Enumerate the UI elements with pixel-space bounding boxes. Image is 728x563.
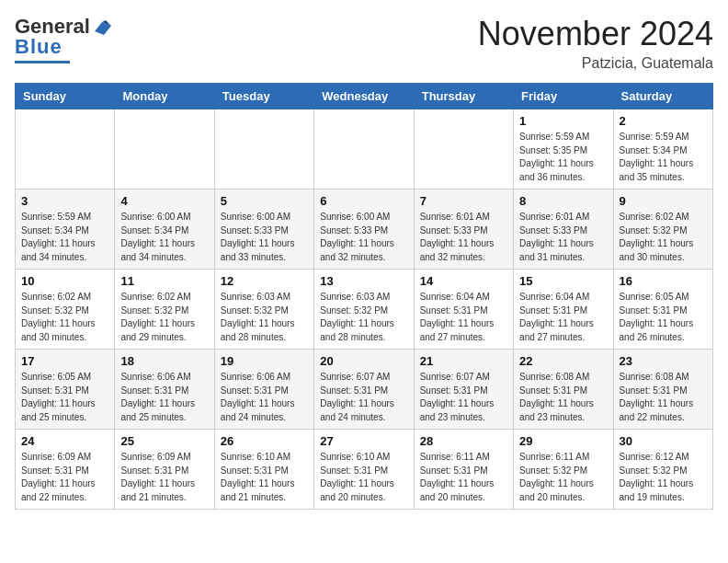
calendar-cell: 3Sunrise: 5:59 AM Sunset: 5:34 PM Daylig… [16, 190, 115, 270]
month-title: November 2024 [478, 15, 713, 53]
calendar-header-row: SundayMondayTuesdayWednesdayThursdayFrid… [16, 84, 713, 109]
col-header-sunday: Sunday [16, 84, 115, 109]
col-header-thursday: Thursday [414, 84, 513, 109]
calendar-cell: 20Sunrise: 6:07 AM Sunset: 5:31 PM Dayli… [314, 350, 414, 430]
day-info: Sunrise: 6:00 AM Sunset: 5:33 PM Dayligh… [320, 211, 407, 264]
day-number: 10 [21, 274, 108, 288]
col-header-friday: Friday [514, 84, 613, 109]
calendar-week-4: 17Sunrise: 6:05 AM Sunset: 5:31 PM Dayli… [16, 350, 713, 430]
day-number: 22 [519, 354, 607, 368]
calendar-cell: 26Sunrise: 6:10 AM Sunset: 5:31 PM Dayli… [214, 430, 313, 510]
calendar-cell: 15Sunrise: 6:04 AM Sunset: 5:31 PM Dayli… [514, 270, 613, 350]
day-info: Sunrise: 6:07 AM Sunset: 5:31 PM Dayligh… [320, 371, 407, 424]
calendar-cell: 11Sunrise: 6:02 AM Sunset: 5:32 PM Dayli… [115, 270, 214, 350]
calendar-cell: 13Sunrise: 6:03 AM Sunset: 5:32 PM Dayli… [314, 270, 414, 350]
calendar-cell: 1Sunrise: 5:59 AM Sunset: 5:35 PM Daylig… [514, 109, 613, 190]
day-info: Sunrise: 6:09 AM Sunset: 5:31 PM Dayligh… [120, 451, 208, 504]
day-number: 8 [519, 194, 607, 208]
day-info: Sunrise: 6:06 AM Sunset: 5:31 PM Dayligh… [120, 371, 208, 424]
day-info: Sunrise: 6:08 AM Sunset: 5:31 PM Dayligh… [620, 371, 707, 424]
day-number: 25 [120, 434, 208, 448]
calendar-week-5: 24Sunrise: 6:09 AM Sunset: 5:31 PM Dayli… [16, 430, 713, 510]
calendar-cell: 6Sunrise: 6:00 AM Sunset: 5:33 PM Daylig… [314, 190, 414, 270]
calendar-table: SundayMondayTuesdayWednesdayThursdayFrid… [15, 83, 713, 510]
day-info: Sunrise: 6:01 AM Sunset: 5:33 PM Dayligh… [420, 211, 507, 264]
day-info: Sunrise: 6:08 AM Sunset: 5:31 PM Dayligh… [519, 371, 607, 424]
day-number: 23 [620, 354, 707, 368]
location: Patzicia, Guatemala [478, 55, 713, 72]
day-info: Sunrise: 6:05 AM Sunset: 5:31 PM Dayligh… [21, 371, 108, 424]
calendar-cell: 10Sunrise: 6:02 AM Sunset: 5:32 PM Dayli… [16, 270, 115, 350]
calendar-cell: 23Sunrise: 6:08 AM Sunset: 5:31 PM Dayli… [613, 350, 712, 430]
calendar-cell: 17Sunrise: 6:05 AM Sunset: 5:31 PM Dayli… [16, 350, 115, 430]
day-info: Sunrise: 6:11 AM Sunset: 5:31 PM Dayligh… [420, 451, 507, 504]
day-info: Sunrise: 6:07 AM Sunset: 5:31 PM Dayligh… [420, 371, 507, 424]
calendar-cell: 9Sunrise: 6:02 AM Sunset: 5:32 PM Daylig… [613, 190, 712, 270]
day-number: 16 [620, 274, 707, 288]
day-info: Sunrise: 6:04 AM Sunset: 5:31 PM Dayligh… [519, 291, 607, 344]
day-number: 19 [221, 354, 308, 368]
day-info: Sunrise: 6:01 AM Sunset: 5:33 PM Dayligh… [519, 211, 607, 264]
day-info: Sunrise: 5:59 AM Sunset: 5:34 PM Dayligh… [21, 211, 108, 264]
day-number: 9 [620, 194, 707, 208]
day-info: Sunrise: 6:12 AM Sunset: 5:32 PM Dayligh… [620, 451, 707, 504]
day-info: Sunrise: 6:02 AM Sunset: 5:32 PM Dayligh… [620, 211, 707, 264]
calendar-week-1: 1Sunrise: 5:59 AM Sunset: 5:35 PM Daylig… [16, 109, 713, 190]
day-info: Sunrise: 5:59 AM Sunset: 5:34 PM Dayligh… [620, 131, 707, 184]
day-number: 13 [320, 274, 407, 288]
day-number: 12 [221, 274, 308, 288]
title-section: November 2024 Patzicia, Guatemala [478, 15, 713, 72]
logo-line [15, 61, 70, 63]
calendar-cell: 27Sunrise: 6:10 AM Sunset: 5:31 PM Dayli… [314, 430, 414, 510]
col-header-wednesday: Wednesday [314, 84, 414, 109]
day-number: 6 [320, 194, 407, 208]
calendar-cell: 19Sunrise: 6:06 AM Sunset: 5:31 PM Dayli… [214, 350, 313, 430]
calendar-cell [314, 109, 414, 190]
day-info: Sunrise: 6:02 AM Sunset: 5:32 PM Dayligh… [21, 291, 108, 344]
day-number: 7 [420, 194, 507, 208]
calendar-cell: 28Sunrise: 6:11 AM Sunset: 5:31 PM Dayli… [414, 430, 513, 510]
calendar-cell: 2Sunrise: 5:59 AM Sunset: 5:34 PM Daylig… [613, 109, 712, 190]
calendar-cell [414, 109, 513, 190]
day-number: 24 [21, 434, 108, 448]
calendar-cell: 7Sunrise: 6:01 AM Sunset: 5:33 PM Daylig… [414, 190, 513, 270]
calendar-cell: 16Sunrise: 6:05 AM Sunset: 5:31 PM Dayli… [613, 270, 712, 350]
day-number: 1 [519, 114, 607, 128]
day-info: Sunrise: 5:59 AM Sunset: 5:35 PM Dayligh… [519, 131, 607, 184]
calendar-week-2: 3Sunrise: 5:59 AM Sunset: 5:34 PM Daylig… [16, 190, 713, 270]
calendar-cell: 21Sunrise: 6:07 AM Sunset: 5:31 PM Dayli… [414, 350, 513, 430]
day-info: Sunrise: 6:00 AM Sunset: 5:34 PM Dayligh… [120, 211, 208, 264]
day-number: 14 [420, 274, 507, 288]
calendar-cell: 22Sunrise: 6:08 AM Sunset: 5:31 PM Dayli… [514, 350, 613, 430]
day-info: Sunrise: 6:06 AM Sunset: 5:31 PM Dayligh… [221, 371, 308, 424]
day-number: 27 [320, 434, 407, 448]
day-number: 17 [21, 354, 108, 368]
day-number: 15 [519, 274, 607, 288]
calendar-cell [214, 109, 313, 190]
calendar-cell: 5Sunrise: 6:00 AM Sunset: 5:33 PM Daylig… [214, 190, 313, 270]
col-header-saturday: Saturday [613, 84, 712, 109]
day-number: 29 [519, 434, 607, 448]
calendar-cell: 25Sunrise: 6:09 AM Sunset: 5:31 PM Dayli… [115, 430, 214, 510]
day-info: Sunrise: 6:00 AM Sunset: 5:33 PM Dayligh… [221, 211, 308, 264]
calendar-cell: 29Sunrise: 6:11 AM Sunset: 5:32 PM Dayli… [514, 430, 613, 510]
calendar-week-3: 10Sunrise: 6:02 AM Sunset: 5:32 PM Dayli… [16, 270, 713, 350]
calendar-cell: 24Sunrise: 6:09 AM Sunset: 5:31 PM Dayli… [16, 430, 115, 510]
calendar-cell: 4Sunrise: 6:00 AM Sunset: 5:34 PM Daylig… [115, 190, 214, 270]
day-number: 20 [320, 354, 407, 368]
day-number: 2 [620, 114, 707, 128]
logo-blue: Blue [15, 35, 63, 59]
day-info: Sunrise: 6:02 AM Sunset: 5:32 PM Dayligh… [120, 291, 208, 344]
day-number: 11 [120, 274, 208, 288]
calendar-cell: 30Sunrise: 6:12 AM Sunset: 5:32 PM Dayli… [613, 430, 712, 510]
col-header-tuesday: Tuesday [214, 84, 313, 109]
calendar-cell: 12Sunrise: 6:03 AM Sunset: 5:32 PM Dayli… [214, 270, 313, 350]
day-info: Sunrise: 6:09 AM Sunset: 5:31 PM Dayligh… [21, 451, 108, 504]
day-number: 21 [420, 354, 507, 368]
day-number: 3 [21, 194, 108, 208]
day-info: Sunrise: 6:04 AM Sunset: 5:31 PM Dayligh… [420, 291, 507, 344]
day-info: Sunrise: 6:03 AM Sunset: 5:32 PM Dayligh… [320, 291, 407, 344]
day-info: Sunrise: 6:10 AM Sunset: 5:31 PM Dayligh… [221, 451, 308, 504]
calendar-cell: 8Sunrise: 6:01 AM Sunset: 5:33 PM Daylig… [514, 190, 613, 270]
day-number: 26 [221, 434, 308, 448]
